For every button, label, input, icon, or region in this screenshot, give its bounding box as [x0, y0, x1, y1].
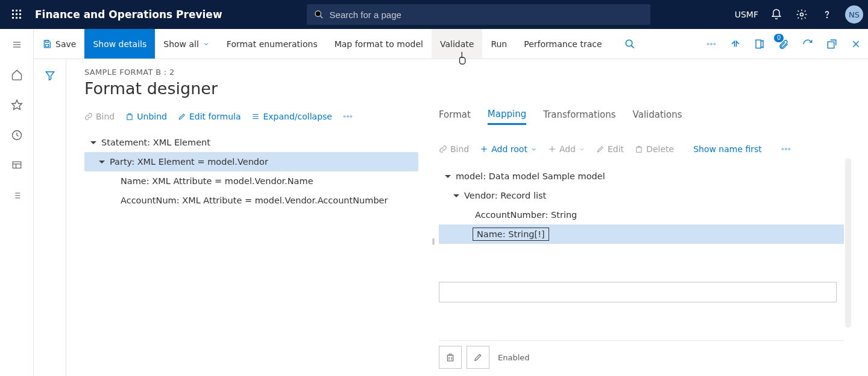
- svg-point-51: [782, 148, 784, 150]
- office-icon[interactable]: [747, 29, 772, 59]
- mapping-tabs: Format Mapping Transformations Validatio…: [439, 106, 844, 127]
- tree-node-party[interactable]: Party: XML Element = model.Vendor: [84, 152, 418, 171]
- map-node-model[interactable]: model: Data model Sample model: [439, 167, 844, 186]
- top-right-controls: USMF NS: [735, 5, 863, 24]
- find-icon[interactable]: [618, 29, 642, 59]
- svg-rect-8: [19, 17, 21, 19]
- map-format-button[interactable]: Map format to model: [326, 29, 432, 59]
- help-icon[interactable]: [820, 7, 834, 22]
- svg-rect-1: [16, 10, 17, 11]
- enabled-label: Enabled: [498, 353, 530, 362]
- map-bind-button: Bind: [439, 144, 469, 154]
- format-enumerations-button[interactable]: Format enumerations: [218, 29, 326, 59]
- format-pane: Bind Unbind Edit formula Expand/collapse: [84, 106, 428, 376]
- refresh-icon[interactable]: [796, 29, 820, 59]
- expand-collapse-button[interactable]: Expand/collapse: [251, 112, 332, 121]
- svg-point-45: [350, 116, 352, 118]
- filter-icon[interactable]: [45, 70, 55, 376]
- company-label[interactable]: USMF: [735, 10, 758, 19]
- svg-rect-5: [19, 13, 21, 15]
- tab-validations[interactable]: Validations: [633, 109, 682, 124]
- page-body: SAMPLE FORMAT B : 2 Format designer Bind…: [66, 59, 868, 376]
- tab-transformations[interactable]: Transformations: [543, 109, 615, 124]
- svg-rect-34: [756, 40, 761, 48]
- tree-node-accountnum[interactable]: AccountNum: XML Attribute = model.Vendor…: [84, 191, 418, 210]
- unbind-button[interactable]: Unbind: [125, 112, 167, 121]
- workspace-icon[interactable]: [7, 158, 27, 173]
- svg-rect-27: [45, 44, 48, 46]
- run-button[interactable]: Run: [482, 29, 515, 59]
- mapping-tree: model: Data model Sample model Vendor: R…: [439, 167, 844, 244]
- map-node-accountnumber[interactable]: AccountNumber: String: [439, 205, 844, 225]
- attachments-count: 0: [774, 34, 784, 42]
- edit-small-button[interactable]: [467, 346, 489, 369]
- app-title: Finance and Operations Preview: [35, 8, 222, 21]
- home-icon[interactable]: [7, 68, 27, 82]
- map-node-vendor[interactable]: Vendor: Record list: [439, 186, 844, 205]
- gear-icon[interactable]: [794, 7, 809, 22]
- delete-small-button[interactable]: [439, 346, 462, 369]
- validate-button[interactable]: Validate: [432, 29, 482, 59]
- attachments-icon[interactable]: 0: [772, 29, 796, 59]
- mapping-pane: Format Mapping Transformations Validatio…: [439, 106, 868, 376]
- show-name-first-button[interactable]: Show name first: [693, 144, 762, 154]
- svg-point-29: [626, 40, 632, 46]
- save-button[interactable]: Save: [34, 29, 84, 59]
- avatar[interactable]: NS: [845, 5, 863, 24]
- performance-trace-button[interactable]: Performance trace: [515, 29, 610, 59]
- map-node-name[interactable]: Name: String[!]: [439, 225, 844, 244]
- left-nav-rail: [0, 29, 34, 376]
- svg-rect-3: [12, 13, 14, 15]
- two-pane: Bind Unbind Edit formula Expand/collapse: [84, 106, 868, 376]
- add-button: Add: [548, 144, 585, 154]
- input-field[interactable]: [439, 282, 837, 302]
- svg-rect-0: [12, 10, 14, 11]
- svg-rect-18: [13, 162, 21, 168]
- search-input[interactable]: [329, 9, 643, 21]
- bell-icon[interactable]: [769, 7, 784, 22]
- mapping-commands: Bind Add root Add Edit: [439, 139, 844, 159]
- close-icon[interactable]: [844, 29, 868, 59]
- caret-icon[interactable]: [99, 161, 105, 164]
- svg-rect-2: [19, 10, 21, 11]
- caret-icon[interactable]: [445, 175, 451, 178]
- show-details-button[interactable]: Show details: [84, 29, 155, 59]
- add-root-button[interactable]: Add root: [480, 144, 537, 154]
- star-icon[interactable]: [7, 98, 27, 112]
- svg-point-52: [785, 148, 787, 150]
- show-all-button[interactable]: Show all: [155, 29, 218, 59]
- modules-icon[interactable]: [7, 188, 27, 203]
- search-box[interactable]: [307, 4, 650, 25]
- top-bar: Finance and Operations Preview USMF NS: [0, 0, 868, 29]
- svg-point-9: [315, 11, 321, 16]
- caret-icon[interactable]: [90, 141, 96, 144]
- caret-icon[interactable]: [453, 194, 459, 197]
- svg-point-12: [827, 18, 828, 18]
- svg-rect-35: [828, 42, 834, 48]
- map-more-icon[interactable]: [781, 148, 791, 150]
- svg-marker-38: [46, 72, 54, 80]
- tab-mapping[interactable]: Mapping: [488, 109, 526, 125]
- svg-point-44: [347, 116, 349, 118]
- bind-button: Bind: [84, 112, 115, 121]
- splitter[interactable]: ‖: [428, 106, 439, 376]
- edit-formula-button[interactable]: Edit formula: [178, 112, 241, 121]
- app-launcher-icon[interactable]: [5, 10, 29, 19]
- svg-marker-16: [11, 100, 22, 110]
- page-title: Format designer: [84, 79, 868, 98]
- svg-point-53: [788, 148, 790, 150]
- more-icon[interactable]: [699, 29, 723, 59]
- vertical-scrollbar[interactable]: [845, 158, 851, 328]
- tree-node-name[interactable]: Name: XML Attribute = model.Vendor.Name: [84, 171, 418, 191]
- svg-rect-54: [447, 355, 453, 361]
- tab-format[interactable]: Format: [439, 109, 471, 124]
- breadcrumb: SAMPLE FORMAT B : 2: [84, 68, 868, 77]
- connector-icon[interactable]: [723, 29, 747, 59]
- tree-node-statement[interactable]: Statement: XML Element: [84, 133, 418, 152]
- more-commands-icon[interactable]: [343, 115, 353, 118]
- hamburger-icon[interactable]: [7, 37, 27, 52]
- recent-icon[interactable]: [7, 128, 27, 142]
- popout-icon[interactable]: [820, 29, 844, 59]
- filter-column: [34, 59, 66, 376]
- svg-rect-39: [127, 115, 132, 119]
